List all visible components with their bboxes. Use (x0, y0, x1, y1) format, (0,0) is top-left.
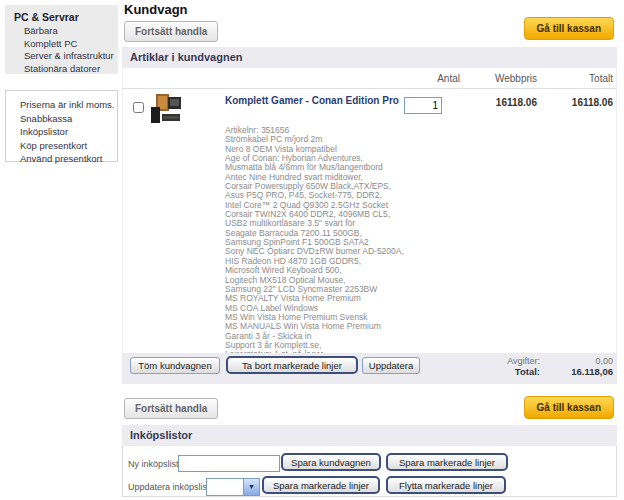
quantity-input[interactable] (404, 97, 442, 114)
save-selected-button-row1[interactable]: Spara markerade linjer (386, 453, 508, 471)
sidebar-link-kop-presentkort[interactable]: Köp presentkort (6, 139, 117, 153)
sidebar-item-barbara[interactable]: Bärbara (5, 25, 118, 38)
fees-label: Avgifter: (440, 356, 540, 366)
sidebar-item-komplett-pc[interactable]: Komplett PC (5, 38, 118, 51)
item-total: 16118.06 (543, 97, 613, 108)
total-label: Total: (440, 366, 540, 377)
column-header-price: Webbpris (467, 73, 537, 84)
sidebar-category-box: PC & Servrar Bärbara Komplett PC Server … (5, 5, 118, 74)
checkout-button-top[interactable]: Gå till kassan (524, 17, 614, 40)
sidebar-item-stationara-datorer[interactable]: Stationära datorer (5, 63, 118, 76)
update-cart-button[interactable]: Uppdatera (362, 357, 420, 374)
checkout-button-bottom[interactable]: Gå till kassan (524, 396, 614, 419)
move-selected-button[interactable]: Flytta markerade linjer (386, 476, 506, 494)
header-divider (122, 88, 617, 89)
cart-section-header: Artiklar i kundvagnen (122, 47, 617, 68)
wishlist-select[interactable]: ▼ (206, 478, 260, 496)
page-title: Kundvagn (124, 2, 188, 17)
fees-value: 0,00 (543, 356, 613, 366)
continue-shopping-button-top[interactable]: Fortsätt handla (124, 21, 218, 42)
cart-section-title: Artiklar i kundvagnen (122, 47, 617, 63)
column-header-total: Totalt (543, 73, 613, 84)
prices-incl-vat-note: Priserna är inkl moms. (6, 91, 117, 112)
sidebar-category-title[interactable]: PC & Servrar (5, 5, 118, 25)
shopping-cart-page: PC & Servrar Bärbara Komplett PC Server … (0, 0, 624, 500)
remove-selected-button[interactable]: Ta bort markerade linjer (226, 356, 358, 374)
sidebar-link-inkopslistor[interactable]: Inköpslistor (6, 125, 117, 139)
chevron-down-icon: ▼ (243, 479, 259, 495)
empty-cart-button[interactable]: Töm kundvagnen (130, 357, 220, 374)
save-cart-button[interactable]: Spara kundvagnen (281, 453, 381, 471)
sidebar-link-anvand-presentkort[interactable]: Använd presentkort (6, 152, 117, 166)
wishlists-section-title: Inköpslistor (122, 425, 617, 441)
column-header-qty: Antal (390, 73, 460, 84)
item-select-checkbox[interactable] (133, 102, 144, 113)
product-thumbnail[interactable] (149, 92, 183, 132)
wishlists-section-header: Inköpslistor (122, 425, 617, 446)
update-list-label: Uppdatera inköpslista: (128, 482, 217, 492)
sidebar-item-server-infrastruktur[interactable]: Server & infrastruktur (5, 50, 118, 63)
item-webprice: 16118.06 (467, 97, 537, 108)
product-description: Artikelnr: 351656 Strömkabel PC m/jord 2… (225, 126, 404, 360)
continue-shopping-button-bottom[interactable]: Fortsätt handla (124, 398, 218, 419)
sidebar-links-box: Priserna är inkl moms. Snabbkassa Inköps… (5, 90, 118, 162)
new-list-input[interactable] (178, 455, 280, 472)
total-value: 16.118,06 (543, 366, 613, 377)
save-selected-button-row2[interactable]: Spara markerade linjer (262, 476, 380, 494)
sidebar-link-snabbkassa[interactable]: Snabbkassa (6, 112, 117, 126)
